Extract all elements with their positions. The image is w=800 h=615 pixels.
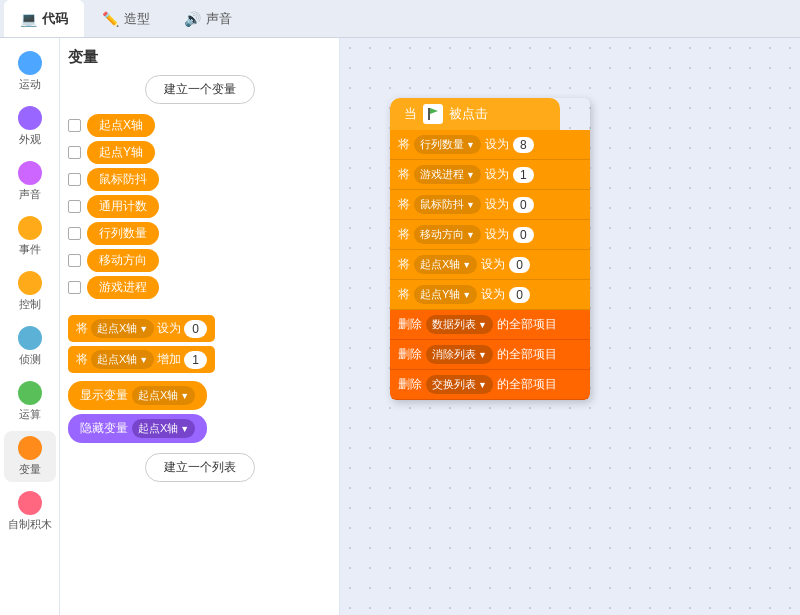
hat-block[interactable]: 当 被点击 <box>390 98 560 130</box>
var-tag-mousedebounce[interactable]: 鼠标防抖 <box>87 168 159 191</box>
var-row-starty: 起点Y轴 <box>68 141 331 164</box>
events-label: 事件 <box>19 242 41 257</box>
sb0-action: 设为 <box>485 136 509 153</box>
set-block-0[interactable]: 将 行列数量 ▼ 设为 8 <box>390 130 590 160</box>
set-block-2[interactable]: 将 鼠标防抖 ▼ 设为 0 <box>390 190 590 220</box>
var-checkbox-startx[interactable] <box>68 119 81 132</box>
variable-list: 起点X轴 起点Y轴 鼠标防抖 通用计数 行列数量 移动方向 <box>68 114 331 299</box>
delete-block-1[interactable]: 删除 消除列表 ▼ 的全部项目 <box>390 340 590 370</box>
delete-block-0[interactable]: 删除 数据列表 ▼ 的全部项目 <box>390 310 590 340</box>
var-checkbox-gameprogress[interactable] <box>68 281 81 294</box>
sb3-var[interactable]: 移动方向 ▼ <box>414 225 481 244</box>
sb5-value[interactable]: 0 <box>509 287 530 303</box>
set-var-dropdown[interactable]: 起点X轴 ▼ <box>91 319 154 338</box>
show-label: 显示变量 <box>80 387 128 404</box>
top-tabs: 💻 代码 ✏️ 造型 🔊 声音 <box>0 0 800 38</box>
sidebar-item-sensing[interactable]: 侦测 <box>4 321 56 372</box>
tab-costume-label: 造型 <box>124 10 150 28</box>
var-checkbox-starty[interactable] <box>68 146 81 159</box>
motion-dot <box>18 51 42 75</box>
looks-dot <box>18 106 42 130</box>
sidebar-item-events[interactable]: 事件 <box>4 211 56 262</box>
add-block[interactable]: 将 起点X轴 ▼ 增加 1 <box>68 346 215 373</box>
set-block-1[interactable]: 将 游戏进程 ▼ 设为 1 <box>390 160 590 190</box>
sidebar-item-operators[interactable]: 运算 <box>4 376 56 427</box>
sb2-var[interactable]: 鼠标防抖 ▼ <box>414 195 481 214</box>
add-value[interactable]: 1 <box>184 351 207 369</box>
sb3-value[interactable]: 0 <box>513 227 534 243</box>
section-title: 变量 <box>68 48 331 67</box>
sidebar-item-looks[interactable]: 外观 <box>4 101 56 152</box>
var-tag-movedirection[interactable]: 移动方向 <box>87 249 159 272</box>
db0-var[interactable]: 数据列表 ▼ <box>426 315 493 334</box>
variables-label: 变量 <box>19 462 41 477</box>
sidebar-item-control[interactable]: 控制 <box>4 266 56 317</box>
set-block-3[interactable]: 将 移动方向 ▼ 设为 0 <box>390 220 590 250</box>
sb4-action: 设为 <box>481 256 505 273</box>
db2-suffix: 的全部项目 <box>497 376 557 393</box>
var-row-counter: 通用计数 <box>68 195 331 218</box>
show-variable-block[interactable]: 显示变量 起点X轴 ▼ <box>68 381 207 410</box>
db1-var[interactable]: 消除列表 ▼ <box>426 345 493 364</box>
var-checkbox-counter[interactable] <box>68 200 81 213</box>
db2-prefix: 删除 <box>398 376 422 393</box>
control-label: 控制 <box>19 297 41 312</box>
create-variable-button[interactable]: 建立一个变量 <box>145 75 255 104</box>
myblocks-dot <box>18 491 42 515</box>
hide-variable-block[interactable]: 隐藏变量 起点X轴 ▼ <box>68 414 207 443</box>
create-list-button[interactable]: 建立一个列表 <box>145 453 255 482</box>
set-prefix: 将 <box>76 320 88 337</box>
sound-dot <box>18 161 42 185</box>
motion-label: 运动 <box>19 77 41 92</box>
set-block[interactable]: 将 起点X轴 ▼ 设为 0 <box>68 315 215 342</box>
sb1-var[interactable]: 游戏进程 ▼ <box>414 165 481 184</box>
var-tag-counter[interactable]: 通用计数 <box>87 195 159 218</box>
sb4-var[interactable]: 起点X轴 ▼ <box>414 255 477 274</box>
tab-code[interactable]: 💻 代码 <box>4 0 84 37</box>
sb5-prefix: 将 <box>398 286 410 303</box>
db2-var[interactable]: 交换列表 ▼ <box>426 375 493 394</box>
sb0-value[interactable]: 8 <box>513 137 534 153</box>
sb4-value[interactable]: 0 <box>509 257 530 273</box>
sidebar-item-sound[interactable]: 声音 <box>4 156 56 207</box>
sb2-action: 设为 <box>485 196 509 213</box>
sb1-value[interactable]: 1 <box>513 167 534 183</box>
show-var-dropdown[interactable]: 起点X轴 ▼ <box>132 386 195 405</box>
var-checkbox-mousedebounce[interactable] <box>68 173 81 186</box>
canvas-area[interactable]: 当 被点击 将 行列数量 ▼ 设 <box>340 38 800 615</box>
sb4-prefix: 将 <box>398 256 410 273</box>
var-checkbox-movedirection[interactable] <box>68 254 81 267</box>
var-tag-gridcount[interactable]: 行列数量 <box>87 222 159 245</box>
main-layout: 运动 外观 声音 事件 控制 侦测 运算 变量 <box>0 38 800 615</box>
db1-prefix: 删除 <box>398 346 422 363</box>
tab-costume[interactable]: ✏️ 造型 <box>86 0 166 37</box>
show-block-row: 显示变量 起点X轴 ▼ <box>68 381 331 410</box>
set-block-5[interactable]: 将 起点Y轴 ▼ 设为 0 <box>390 280 590 310</box>
var-row-gameprogress: 游戏进程 <box>68 276 331 299</box>
tab-sound-label: 声音 <box>206 10 232 28</box>
var-tag-starty[interactable]: 起点Y轴 <box>87 141 155 164</box>
scratch-block-stack: 当 被点击 将 行列数量 ▼ 设 <box>390 98 590 400</box>
var-checkbox-gridcount[interactable] <box>68 227 81 240</box>
sb2-value[interactable]: 0 <box>513 197 534 213</box>
sb1-prefix: 将 <box>398 166 410 183</box>
tab-sound[interactable]: 🔊 声音 <box>168 0 248 37</box>
sidebar-item-motion[interactable]: 运动 <box>4 46 56 97</box>
sb5-var[interactable]: 起点Y轴 ▼ <box>414 285 477 304</box>
var-tag-startx[interactable]: 起点X轴 <box>87 114 155 137</box>
sidebar-item-variables[interactable]: 变量 <box>4 431 56 482</box>
sb0-var[interactable]: 行列数量 ▼ <box>414 135 481 154</box>
add-var-dropdown[interactable]: 起点X轴 ▼ <box>91 350 154 369</box>
sidebar-item-myblocks[interactable]: 自制积木 <box>4 486 56 537</box>
var-row-startx: 起点X轴 <box>68 114 331 137</box>
set-value[interactable]: 0 <box>184 320 207 338</box>
var-tag-gameprogress[interactable]: 游戏进程 <box>87 276 159 299</box>
set-block-4[interactable]: 将 起点X轴 ▼ 设为 0 <box>390 250 590 280</box>
sidebar: 运动 外观 声音 事件 控制 侦测 运算 变量 <box>0 38 60 615</box>
hide-var-dropdown[interactable]: 起点X轴 ▼ <box>132 419 195 438</box>
hat-prefix: 当 <box>404 105 417 123</box>
delete-block-2[interactable]: 删除 交换列表 ▼ 的全部项目 <box>390 370 590 400</box>
block-section: 将 起点X轴 ▼ 设为 0 将 起点X轴 ▼ 增加 1 显示变量 起点X轴 ▼ <box>68 315 331 443</box>
sensing-label: 侦测 <box>19 352 41 367</box>
sb3-prefix: 将 <box>398 226 410 243</box>
